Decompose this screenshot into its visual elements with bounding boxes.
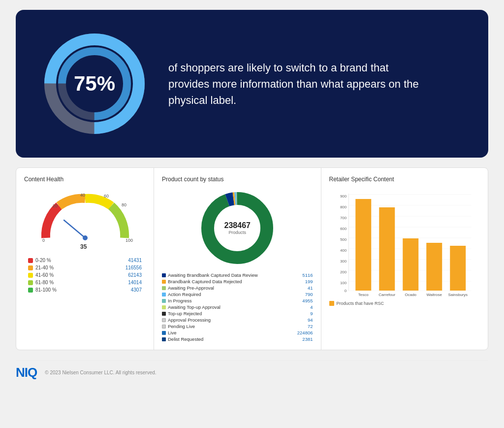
- product-total-count: 238467: [224, 221, 251, 230]
- status-value-0: 5116: [293, 272, 313, 278]
- bar-sainsburys: [450, 246, 466, 291]
- status-row-6: Top-up Rejected 9: [162, 311, 313, 316]
- status-row-10: Delist Requested 2381: [162, 336, 313, 342]
- svg-text:35: 35: [80, 243, 87, 250]
- legend-label-1: 21-40 %: [35, 265, 54, 270]
- legend-label-0: 0-20 %: [35, 258, 51, 263]
- hero-percentage: 75%: [74, 72, 115, 96]
- status-label-8: Pending Live: [168, 324, 195, 329]
- bar-chart-legend: Products that have RSC: [329, 301, 480, 306]
- status-dot-7: [162, 318, 166, 322]
- bar-tesco: [355, 199, 371, 291]
- product-total-label: Products: [224, 230, 251, 235]
- status-row-7: Approval Processing 94: [162, 317, 313, 323]
- retailer-content-card: Retailer Specific Content 900 800 700 60…: [321, 168, 488, 350]
- svg-text:900: 900: [340, 194, 346, 198]
- svg-text:200: 200: [340, 270, 346, 274]
- legend-value-1: 116556: [126, 265, 142, 270]
- status-value-4: 4955: [293, 298, 313, 303]
- gauge-svg: 0 20 40 60 80 100 35: [36, 189, 134, 253]
- svg-text:600: 600: [340, 227, 346, 231]
- status-value-6: 9: [293, 311, 313, 316]
- content-health-title: Content Health: [24, 176, 146, 183]
- bar-chart-svg: 900 800 700 600 500 400 300 200 100 0: [329, 189, 480, 297]
- legend-dot-3: [28, 280, 33, 285]
- bar-waitrose: [426, 243, 442, 291]
- gauge-legend: 0-20 % 41431 21-40 % 116556 41-60 %: [24, 258, 146, 293]
- bar-chart-area: 900 800 700 600 500 400 300 200 100 0: [329, 189, 480, 306]
- svg-text:Tesco: Tesco: [358, 293, 368, 297]
- svg-text:0: 0: [42, 238, 45, 243]
- svg-line-11: [64, 220, 85, 238]
- legend-row-4: 81-100 % 4307: [28, 287, 142, 293]
- svg-text:100: 100: [126, 238, 133, 243]
- legend-value-2: 62143: [128, 272, 142, 278]
- footer-copyright: © 2023 Nielsen Consumer LLC. All rights …: [45, 370, 156, 375]
- status-dot-10: [162, 337, 166, 341]
- status-label-9: Live: [168, 330, 176, 335]
- status-dot-2: [162, 286, 166, 290]
- status-value-5: 4: [293, 304, 313, 310]
- status-row-0: Awaiting Brandbank Captured Data Review …: [162, 272, 313, 278]
- svg-text:60: 60: [104, 194, 109, 198]
- dashboard: Content Health 0 20 40 60 80 100: [16, 167, 488, 350]
- legend-value-0: 41431: [128, 258, 142, 263]
- status-label-4: In Progress: [168, 298, 192, 303]
- svg-text:500: 500: [340, 237, 346, 242]
- legend-label-2: 41-60 %: [35, 272, 54, 278]
- svg-text:80: 80: [122, 202, 126, 207]
- product-count-title: Product count by status: [162, 176, 313, 183]
- legend-row-2: 41-60 % 62143: [28, 272, 142, 278]
- status-value-7: 94: [293, 317, 313, 323]
- product-donut-center: 238467 Products: [224, 221, 251, 235]
- retailer-content-title: Retailer Specific Content: [329, 176, 480, 183]
- svg-text:Carrefour: Carrefour: [378, 293, 395, 297]
- status-dot-4: [162, 299, 166, 303]
- svg-point-12: [83, 235, 88, 240]
- status-label-6: Top-up Rejected: [168, 311, 202, 316]
- status-row-3: Action Required 790: [162, 292, 313, 297]
- svg-text:800: 800: [340, 205, 346, 209]
- status-dot-9: [162, 331, 166, 335]
- status-label-0: Awaiting Brandbank Captured Data Review: [168, 272, 258, 278]
- footer: NIQ © 2023 Nielsen Consumer LLC. All rig…: [16, 360, 488, 384]
- content-health-card: Content Health 0 20 40 60 80 100: [16, 168, 154, 350]
- hero-text: of shoppers are likely to switch to a br…: [168, 60, 424, 108]
- status-dot-3: [162, 293, 166, 296]
- status-dot-6: [162, 312, 166, 316]
- status-value-8: 72: [293, 324, 313, 329]
- status-row-4: In Progress 4955: [162, 298, 313, 303]
- bar-carrefour: [379, 207, 395, 291]
- svg-text:20: 20: [53, 203, 58, 208]
- legend-row-1: 21-40 % 116556: [28, 265, 142, 270]
- status-dot-0: [162, 273, 166, 277]
- svg-text:Sainsburys: Sainsburys: [448, 293, 468, 297]
- svg-text:300: 300: [340, 259, 346, 263]
- svg-text:700: 700: [340, 216, 346, 220]
- status-dot-5: [162, 305, 166, 309]
- status-row-5: Awaiting Top-up Approval 4: [162, 304, 313, 310]
- status-list: Awaiting Brandbank Captured Data Review …: [162, 272, 313, 342]
- svg-text:100: 100: [340, 281, 346, 285]
- product-count-card: Product count by status 238467 Products: [154, 168, 321, 350]
- status-value-3: 790: [293, 292, 313, 297]
- product-donut-wrap: 238467 Products: [198, 189, 277, 267]
- legend-label-4: 81-100 %: [35, 287, 57, 293]
- legend-value-3: 14014: [128, 280, 142, 285]
- gauge-area: 0 20 40 60 80 100 35: [24, 189, 146, 293]
- status-value-2: 41: [293, 285, 313, 291]
- status-label-7: Approval Processing: [168, 317, 211, 323]
- legend-dot-0: [28, 258, 33, 263]
- svg-text:Ocado: Ocado: [405, 293, 416, 297]
- bar-legend-dot: [329, 301, 334, 306]
- status-label-5: Awaiting Top-up Approval: [168, 304, 220, 310]
- legend-row-3: 61-80 % 14014: [28, 280, 142, 285]
- status-row-8: Pending Live 72: [162, 324, 313, 329]
- legend-row-0: 0-20 % 41431: [28, 258, 142, 263]
- bar-legend-label: Products that have RSC: [337, 301, 384, 306]
- legend-label-3: 61-80 %: [35, 280, 54, 285]
- hero-donut: 75%: [40, 30, 149, 138]
- svg-text:40: 40: [80, 193, 85, 198]
- status-value-9: 224806: [293, 330, 313, 335]
- status-dot-8: [162, 325, 166, 329]
